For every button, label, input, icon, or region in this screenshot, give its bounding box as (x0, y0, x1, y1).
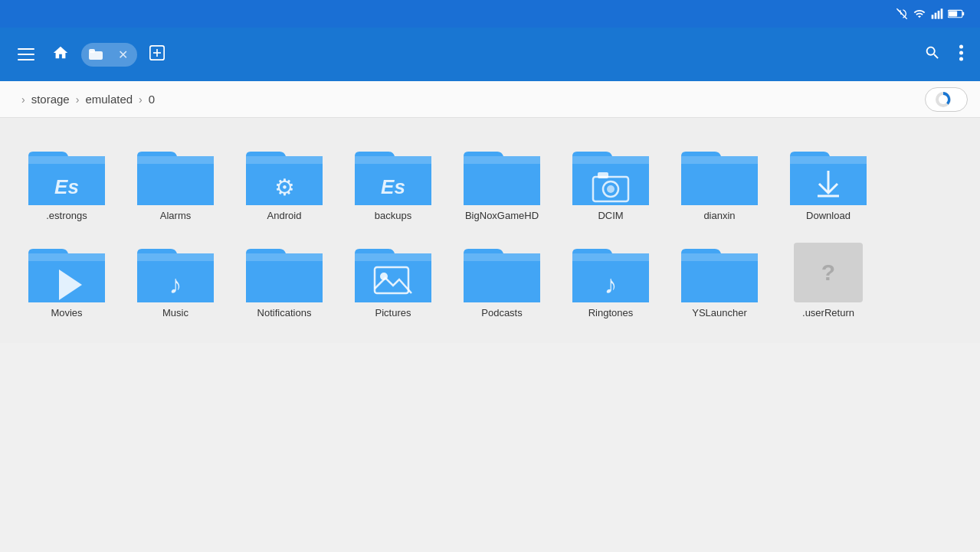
svg-rect-55 (464, 253, 540, 261)
folder-item[interactable]: Download (774, 133, 883, 230)
svg-text:⚙: ⚙ (274, 175, 295, 200)
folder-item[interactable]: Es .estrongs (12, 133, 121, 230)
bc-arrow-3: › (139, 93, 143, 106)
folder-item[interactable]: YSLauncher (665, 230, 774, 328)
local-tab[interactable]: ✕ (81, 43, 137, 67)
svg-rect-38 (681, 164, 758, 205)
folder-item[interactable]: ♪ Ringtones (556, 230, 665, 328)
bc-emulated[interactable]: emulated (85, 93, 133, 106)
folder-item[interactable]: ♪ Music (121, 230, 230, 328)
folder-icon (572, 144, 649, 205)
svg-point-13 (959, 44, 963, 48)
svg-rect-18 (28, 156, 105, 164)
folder-label: Pictures (375, 307, 411, 320)
svg-rect-30 (464, 164, 540, 205)
folder-item[interactable]: Pictures (339, 230, 447, 328)
folder-item[interactable]: DCIM (556, 133, 665, 230)
svg-rect-60 (681, 253, 758, 261)
folder-item[interactable]: ? .userReturn (774, 230, 883, 328)
status-bar (0, 0, 980, 28)
folder-item[interactable]: BigNoxGameHD (447, 133, 556, 230)
svg-rect-32 (572, 164, 649, 205)
svg-point-35 (607, 185, 615, 193)
top-bar: ✕ (0, 28, 980, 81)
folder-label: backups (375, 210, 411, 223)
svg-rect-1 (932, 15, 934, 18)
svg-rect-43 (28, 253, 105, 261)
bc-storage[interactable]: storage (31, 93, 70, 106)
svg-rect-4 (941, 8, 943, 18)
mute-icon (896, 8, 908, 20)
folder-item[interactable]: ⚙ Android (230, 133, 339, 230)
folder-item[interactable]: Movies (12, 230, 121, 328)
svg-rect-26 (355, 156, 431, 164)
folder-icon: ♪ (572, 241, 649, 302)
bc-arrow-2: › (76, 93, 80, 106)
folder-icon (790, 144, 867, 205)
more-options-button[interactable] (955, 40, 968, 70)
storage-pie-icon (935, 91, 952, 108)
folder-item[interactable]: Notifications (230, 230, 339, 328)
svg-point-17 (939, 95, 948, 104)
folder-label: YSLauncher (692, 307, 747, 320)
folder-item[interactable]: Podcasts (447, 230, 556, 328)
svg-rect-37 (681, 156, 758, 164)
folder-label: Podcasts (481, 307, 522, 320)
folder-icon: ⚙ (246, 144, 323, 205)
folder-label: dianxin (703, 210, 735, 223)
search-button[interactable] (919, 40, 946, 70)
folder-icon: ♪ (137, 241, 214, 302)
home-button[interactable] (49, 41, 72, 68)
folder-icon (464, 144, 540, 205)
folder-icon (246, 241, 323, 302)
svg-rect-31 (572, 156, 649, 164)
folder-icon (355, 241, 431, 302)
svg-rect-50 (246, 261, 323, 302)
svg-rect-9 (89, 49, 95, 53)
svg-rect-61 (681, 261, 758, 302)
file-grid: Es .estrongs Alarms ⚙ Android Es backups… (0, 118, 980, 343)
svg-rect-39 (790, 156, 867, 164)
folder-item[interactable]: dianxin (665, 133, 774, 230)
folder-icon: ? (790, 241, 867, 302)
svg-rect-6 (962, 12, 964, 16)
svg-rect-56 (464, 261, 540, 302)
new-tab-button[interactable] (146, 42, 168, 67)
folder-icon: Es (28, 144, 105, 205)
svg-rect-49 (246, 253, 323, 261)
folder-item[interactable]: Alarms (121, 133, 230, 230)
tab-close-button[interactable]: ✕ (118, 47, 128, 62)
svg-rect-29 (464, 156, 540, 164)
svg-text:♪: ♪ (605, 269, 618, 299)
wifi-icon (913, 8, 926, 20)
svg-rect-7 (949, 11, 957, 16)
svg-rect-3 (938, 11, 940, 19)
bc-zero[interactable]: 0 (149, 93, 155, 106)
svg-rect-36 (598, 172, 608, 178)
hamburger-button[interactable] (12, 48, 40, 60)
bc-arrow-1: › (21, 93, 25, 106)
storage-badge[interactable] (925, 87, 968, 112)
folder-icon (681, 241, 758, 302)
folder-item[interactable]: Es backups (339, 133, 447, 230)
folder-label: BigNoxGameHD (465, 210, 539, 223)
folder-label: Android (267, 210, 302, 223)
svg-rect-22 (137, 164, 214, 205)
svg-text:♪: ♪ (169, 269, 182, 299)
svg-rect-51 (355, 253, 431, 261)
folder-label: .userReturn (802, 307, 854, 320)
folder-label: Movies (51, 307, 82, 320)
folder-label: Notifications (257, 307, 312, 320)
battery-icon (948, 8, 965, 19)
folder-label: Alarms (160, 210, 191, 223)
svg-rect-23 (246, 156, 323, 164)
folder-label: Download (806, 210, 851, 223)
folder-label: Music (162, 307, 188, 320)
folder-icon (28, 241, 105, 302)
breadcrumb-bar: › storage › emulated › 0 (0, 81, 980, 118)
svg-rect-46 (137, 253, 214, 261)
signal-icon (931, 8, 943, 20)
folder-label: Ringtones (588, 307, 634, 320)
svg-text:Es: Es (54, 175, 79, 198)
svg-rect-21 (137, 156, 214, 164)
